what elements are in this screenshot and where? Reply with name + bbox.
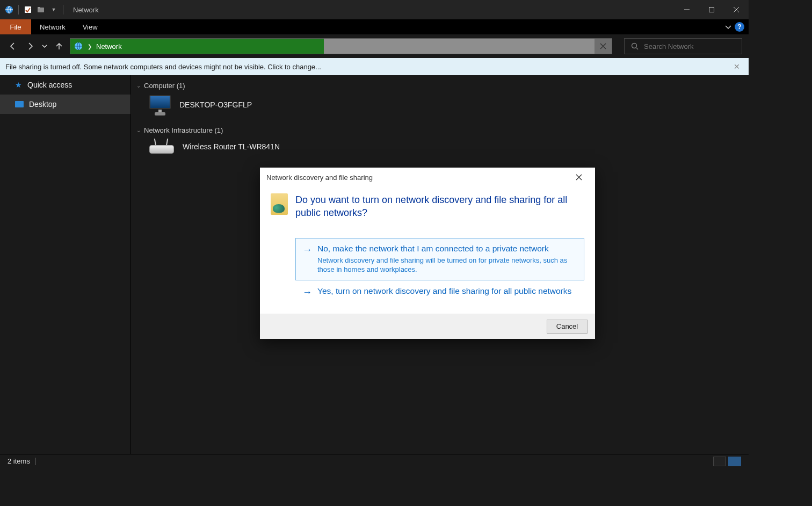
- properties-qat-icon[interactable]: [23, 5, 33, 15]
- back-button[interactable]: [6, 40, 19, 53]
- option-make-private[interactable]: → No, make the network that I am connect…: [295, 238, 584, 280]
- refresh-button[interactable]: [595, 39, 612, 54]
- address-bar-path[interactable]: ❯ Network: [70, 39, 324, 54]
- minimize-button[interactable]: [675, 0, 699, 19]
- dialog-titlebar: Network discovery and file sharing: [260, 168, 595, 187]
- item-computer[interactable]: DESKTOP-O3FGFLP: [136, 93, 749, 124]
- dialog-options: → No, make the network that I am connect…: [295, 238, 584, 303]
- sidebar-item-desktop[interactable]: Desktop: [0, 95, 130, 114]
- group-header-computer[interactable]: ⌄ Computer (1): [136, 79, 749, 93]
- up-button[interactable]: [53, 40, 66, 53]
- history-dropdown[interactable]: [41, 40, 48, 53]
- address-location[interactable]: Network: [96, 42, 122, 50]
- computer-icon: [148, 94, 172, 115]
- dialog-close-button[interactable]: [569, 168, 589, 187]
- network-discovery-dialog: Network discovery and file sharing Do yo…: [260, 168, 595, 339]
- tab-view[interactable]: View: [74, 19, 106, 34]
- arrow-right-icon: →: [302, 245, 312, 274]
- address-bar[interactable]: ❯ Network: [70, 38, 612, 54]
- forward-button[interactable]: [24, 40, 37, 53]
- maximize-button[interactable]: [699, 0, 724, 19]
- details-view-button[interactable]: [713, 457, 726, 466]
- info-bar[interactable]: File sharing is turned off. Some network…: [0, 58, 749, 75]
- svg-rect-3: [38, 7, 40, 9]
- info-bar-close-icon[interactable]: ✕: [730, 62, 743, 71]
- ribbon-collapse-icon[interactable]: [725, 24, 731, 30]
- chevron-down-icon: ⌄: [136, 127, 141, 133]
- window-controls: [675, 0, 749, 19]
- arrow-right-icon: →: [302, 287, 312, 297]
- dialog-heading: Do you want to turn on network discovery…: [295, 193, 584, 220]
- dialog-body: Do you want to turn on network discovery…: [260, 187, 595, 314]
- chevron-down-icon: ⌄: [136, 83, 141, 89]
- navigation-bar: ❯ Network: [0, 34, 749, 58]
- navigation-pane: ★ Quick access Desktop: [0, 75, 131, 454]
- help-icon[interactable]: ?: [735, 22, 744, 32]
- view-switcher: [713, 457, 741, 466]
- network-sharing-icon: [271, 193, 288, 215]
- svg-rect-4: [709, 8, 714, 12]
- dialog-footer: Cancel: [260, 314, 595, 339]
- option-title: Yes, turn on network discovery and file …: [317, 286, 571, 296]
- option-turn-on-public[interactable]: → Yes, turn on network discovery and fil…: [295, 280, 584, 303]
- close-button[interactable]: [724, 0, 749, 19]
- item-router[interactable]: Wireless Router TL-WR841N: [136, 138, 749, 163]
- dialog-title-text: Network discovery and file sharing: [266, 174, 373, 182]
- separator: [18, 5, 19, 15]
- desktop-icon: [15, 101, 24, 107]
- qat-dropdown-icon[interactable]: ▼: [49, 5, 59, 15]
- titlebar: ▼ Network: [0, 0, 749, 19]
- network-app-icon: [4, 5, 14, 15]
- separator: [63, 5, 63, 15]
- status-item-count: 2 items: [8, 457, 30, 465]
- group-header-network-infrastructure[interactable]: ⌄ Network Infrastructure (1): [136, 124, 749, 138]
- svg-point-6: [632, 44, 637, 48]
- separator: [35, 458, 36, 465]
- file-tab[interactable]: File: [0, 19, 31, 34]
- network-location-icon: [74, 41, 83, 51]
- folder-qat-icon[interactable]: [36, 5, 46, 15]
- item-label: DESKTOP-O3FGFLP: [179, 100, 252, 109]
- address-bar-empty[interactable]: [324, 39, 595, 54]
- sidebar-item-label: Desktop: [29, 100, 56, 109]
- sidebar-item-quick-access[interactable]: ★ Quick access: [0, 75, 130, 95]
- star-icon: ★: [15, 81, 22, 89]
- option-subtitle: Network discovery and file sharing will …: [317, 256, 577, 274]
- item-label: Wireless Router TL-WR841N: [183, 142, 280, 151]
- status-bar: 2 items: [0, 454, 749, 468]
- search-input[interactable]: [644, 42, 742, 50]
- explorer-window: ▼ Network File Network View ?: [0, 0, 749, 468]
- tab-network[interactable]: Network: [31, 19, 74, 34]
- info-bar-message: File sharing is turned off. Some network…: [5, 63, 321, 71]
- group-header-label: Computer (1): [144, 82, 185, 90]
- breadcrumb-chevron-icon[interactable]: ❯: [88, 44, 92, 49]
- cancel-button[interactable]: Cancel: [547, 320, 588, 334]
- tiles-view-button[interactable]: [728, 457, 741, 466]
- search-icon: [631, 42, 639, 50]
- router-icon: [148, 139, 175, 155]
- option-title: No, make the network that I am connected…: [317, 244, 577, 254]
- quick-access-toolbar: ▼ Network: [0, 5, 99, 15]
- group-header-label: Network Infrastructure (1): [144, 126, 223, 134]
- search-box[interactable]: [624, 38, 742, 54]
- window-title: Network: [73, 6, 99, 14]
- sidebar-item-label: Quick access: [27, 81, 72, 89]
- ribbon-tabs: File Network View ?: [0, 19, 749, 34]
